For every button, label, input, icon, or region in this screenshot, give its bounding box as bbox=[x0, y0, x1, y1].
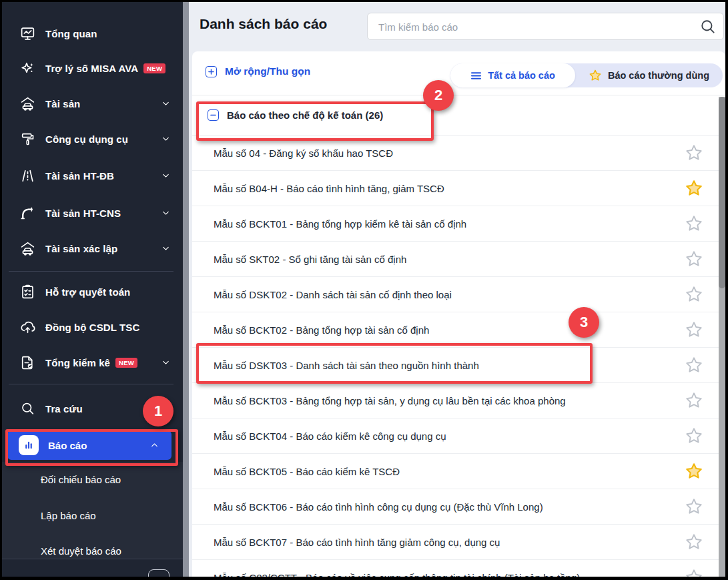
chevron-down-icon bbox=[161, 358, 171, 368]
sidebar-item-label: Tài sản HT-CNS bbox=[45, 208, 121, 219]
report-row[interactable]: Mẫu số DSKT02 - Danh sách tài sản cố địn… bbox=[192, 277, 725, 312]
submenu-item-label: Lập báo cáo bbox=[41, 510, 96, 521]
list-scrollbar-thumb[interactable] bbox=[719, 97, 725, 288]
report-row[interactable]: Mẫu số DSKT03 - Danh sách tài sản theo n… bbox=[192, 348, 725, 383]
report-group-label: Báo cáo theo chế độ kế toán (26) bbox=[227, 109, 383, 121]
report-row[interactable]: Mẫu số SKT02 - Sổ ghi tăng tài sản cố đị… bbox=[192, 242, 725, 277]
sidebar-item-cong-cu-dung-cu[interactable]: Công cụ dụng cụ bbox=[2, 125, 183, 152]
sidebar-submenu-bao-cao: Đối chiếu báo cáo Lập báo cáo Xét duyệt … bbox=[2, 462, 183, 559]
report-row[interactable]: Mẫu số BCKT07 - Báo cáo tình hình tăng g… bbox=[192, 525, 725, 560]
sidebar-item-bao-cao-active[interactable]: Báo cáo bbox=[7, 430, 171, 460]
chevron-down-icon bbox=[161, 171, 171, 181]
plus-box-icon bbox=[206, 66, 217, 77]
tab-frequent-reports[interactable]: Báo cáo thường dùng bbox=[575, 63, 723, 87]
screenshot-frame: Tổng quan Trợ lý số MISA AVA NEW Tài sản… bbox=[0, 0, 728, 580]
report-label: Mẫu số B04-H - Báo cáo tình hình tăng, g… bbox=[214, 183, 444, 194]
sidebar-divider bbox=[9, 271, 173, 272]
list-scrollbar[interactable] bbox=[719, 97, 725, 577]
search-input[interactable] bbox=[377, 13, 693, 41]
favorite-star-icon[interactable] bbox=[684, 532, 704, 552]
favorite-star-icon[interactable] bbox=[684, 461, 704, 481]
tab-all-reports[interactable]: Tất cả báo cáo bbox=[450, 63, 575, 87]
report-row[interactable]: Mẫu số C02/CCTT - Báo cáo về việc cung c… bbox=[192, 560, 725, 577]
favorite-star-icon[interactable] bbox=[684, 320, 704, 340]
minus-box-icon[interactable] bbox=[208, 109, 219, 121]
favorite-star-icon[interactable] bbox=[684, 249, 704, 269]
sidebar-item-tai-san-ht-cns[interactable]: Tài sản HT-CNS bbox=[2, 200, 183, 226]
favorite-star-icon[interactable] bbox=[684, 143, 704, 163]
sparkle-icon bbox=[19, 59, 37, 77]
sidebar-divider bbox=[9, 384, 173, 384]
sidebar-item-label: Tra cứu bbox=[45, 403, 83, 414]
asset-icon bbox=[19, 95, 37, 113]
sidebar-item-label: Công cụ dụng cụ bbox=[45, 133, 128, 145]
sidebar-item-ho-tro-quyet-toan[interactable]: Hỗ trợ quyết toán bbox=[2, 278, 183, 305]
sidebar-scrollbar[interactable] bbox=[183, 2, 189, 577]
report-row[interactable]: Mẫu số BCKT02 - Bảng tổng hợp tài sản cố… bbox=[192, 312, 725, 348]
submenu-item-lap-bao-cao[interactable]: Lập báo cáo bbox=[41, 507, 96, 523]
report-group-header[interactable]: Báo cáo theo chế độ kế toán (26) bbox=[192, 95, 725, 135]
clipboard-check-icon bbox=[19, 283, 37, 301]
favorite-star-icon[interactable] bbox=[684, 497, 704, 517]
favorite-star-icon[interactable] bbox=[684, 390, 704, 410]
report-row[interactable]: Mẫu số BCKT06 - Báo cáo tình hình công c… bbox=[192, 489, 725, 525]
favorite-star-icon[interactable] bbox=[684, 355, 704, 375]
report-label: Mẫu số BCKT06 - Báo cáo tình hình công c… bbox=[214, 501, 543, 513]
report-label: Mẫu số DSKT03 - Danh sách tài sản theo n… bbox=[214, 360, 479, 371]
sidebar-item-tai-san-xac-lap[interactable]: Tài sản xác lập bbox=[2, 235, 183, 262]
report-search-box bbox=[367, 13, 724, 40]
tab-label: Tất cả báo cáo bbox=[488, 70, 555, 81]
favorite-star-icon[interactable] bbox=[684, 178, 704, 198]
favorite-star-icon[interactable] bbox=[684, 426, 704, 446]
submenu-item-doi-chieu-bao-cao[interactable]: Đối chiếu báo cáo bbox=[41, 471, 121, 487]
favorite-star-icon[interactable] bbox=[684, 284, 704, 304]
chevron-down-icon bbox=[161, 134, 171, 144]
search-icon[interactable] bbox=[699, 18, 717, 38]
sidebar-item-tro-ly-misa-ava[interactable]: Trợ lý số MISA AVA NEW bbox=[2, 55, 183, 81]
paint-roller-icon bbox=[19, 130, 37, 148]
road-icon bbox=[19, 167, 37, 185]
submenu-item-label: Đối chiếu báo cáo bbox=[41, 474, 121, 485]
expand-collapse-label: Mở rộng/Thu gọn bbox=[225, 65, 310, 77]
bar-chart-icon bbox=[19, 435, 39, 455]
doc-check-icon bbox=[19, 354, 37, 372]
report-label: Mẫu số BCKT07 - Báo cáo tình hình tăng g… bbox=[214, 537, 500, 548]
favorite-star-icon[interactable] bbox=[684, 567, 704, 577]
page-title: Danh sách báo cáo bbox=[200, 16, 327, 32]
sidebar-item-label: Tổng quan bbox=[45, 28, 97, 39]
sidebar-collapse-button[interactable] bbox=[148, 569, 169, 577]
report-filter-tabs: Tất cả báo cáo Báo cáo thường dùng bbox=[450, 63, 723, 87]
sidebar-item-tong-quan[interactable]: Tổng quan bbox=[2, 20, 183, 47]
sidebar-item-dong-bo-csdl-tsc[interactable]: Đồng bộ CSDL TSC bbox=[2, 314, 183, 340]
report-row[interactable]: Mẫu số BCKT01 - Bảng tổng hợp kiểm kê tà… bbox=[192, 206, 725, 242]
overview-icon bbox=[19, 25, 37, 43]
hamburger-icon bbox=[470, 71, 482, 81]
annotation-step-1: 1 bbox=[143, 396, 173, 426]
chevron-down-icon bbox=[161, 244, 171, 254]
report-label: Mẫu số BCKT03 - Bảng tổng hợp tài sản, y… bbox=[214, 395, 566, 406]
report-row[interactable]: Mẫu số B04-H - Báo cáo tình hình tăng, g… bbox=[192, 171, 725, 206]
report-row[interactable]: Mẫu số BCKT04 - Báo cáo kiểm kê công cụ … bbox=[192, 418, 725, 454]
annotation-step-2: 2 bbox=[423, 80, 454, 111]
favorite-star-icon[interactable] bbox=[684, 214, 704, 234]
asset-icon bbox=[19, 240, 37, 258]
report-label: Mẫu số BCKT04 - Báo cáo kiểm kê công cụ … bbox=[214, 430, 446, 442]
sidebar: Tổng quan Trợ lý số MISA AVA NEW Tài sản… bbox=[2, 2, 183, 577]
sidebar-item-label: Tài sản xác lập bbox=[45, 243, 117, 254]
sidebar-item-tai-san-ht-db[interactable]: Tài sản HT-ĐB bbox=[2, 162, 183, 189]
report-label: Mẫu số BCKT01 - Bảng tổng hợp kiểm kê tà… bbox=[214, 218, 466, 230]
sidebar-item-tai-san[interactable]: Tài sản bbox=[2, 90, 183, 117]
report-row[interactable]: Mẫu số 04 - Đăng ký số khấu hao TSCĐ bbox=[192, 135, 725, 171]
expand-collapse-link[interactable]: Mở rộng/Thu gọn bbox=[206, 65, 310, 77]
annotation-number: 3 bbox=[580, 314, 588, 331]
submenu-item-xet-duyet-bao-cao[interactable]: Xét duyệt báo cáo bbox=[41, 543, 121, 559]
report-row[interactable]: Mẫu số BCKT03 - Bảng tổng hợp tài sản, y… bbox=[192, 383, 725, 418]
sidebar-item-label: Báo cáo bbox=[48, 440, 87, 451]
annotation-number: 2 bbox=[434, 87, 442, 104]
chevron-down-icon bbox=[161, 99, 171, 109]
app-window: Tổng quan Trợ lý số MISA AVA NEW Tài sản… bbox=[2, 2, 725, 577]
chevron-up-icon bbox=[149, 441, 159, 451]
report-row[interactable]: Mẫu số BCKT05 - Báo cáo kiểm kê TSCĐ bbox=[192, 454, 725, 489]
cloud-sync-icon bbox=[19, 318, 37, 336]
sidebar-item-tong-kiem-ke[interactable]: Tổng kiểm kê NEW bbox=[2, 349, 183, 376]
